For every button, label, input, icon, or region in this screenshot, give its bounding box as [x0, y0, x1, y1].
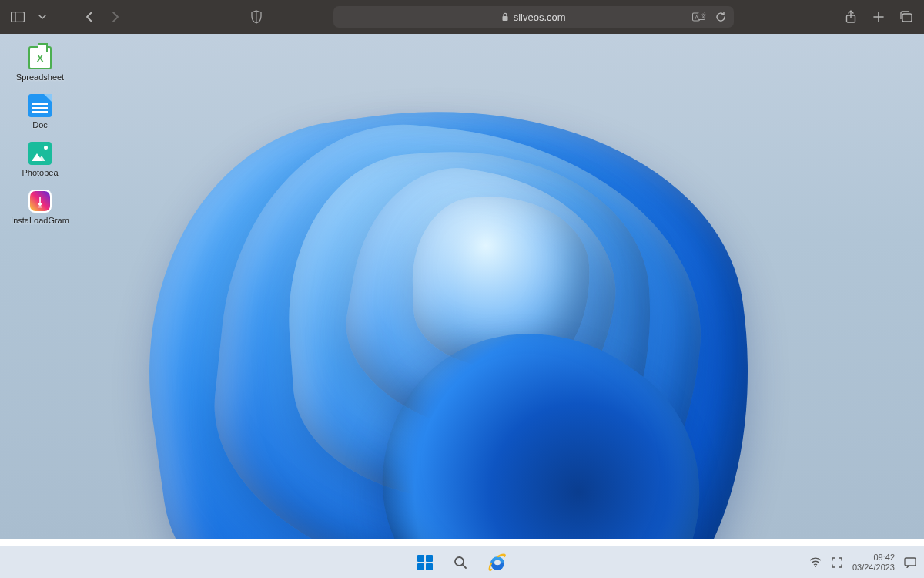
address-bar[interactable]: silveos.com A文: [333, 6, 734, 28]
image-app-icon: [28, 142, 52, 165]
fullscreen-icon[interactable]: [831, 556, 843, 569]
taskbar-browser-button[interactable]: [487, 552, 508, 573]
tabs-overview-icon[interactable]: [899, 10, 913, 24]
taskbar-clock[interactable]: 09:42 03/24/2023: [852, 553, 895, 572]
url-text: silveos.com: [514, 12, 566, 23]
clock-time: 09:42: [852, 553, 895, 563]
desktop-area[interactable]: X Spreadsheet Doc Photopea ⭳ InstaLoadGr…: [0, 34, 924, 539]
svg-rect-17: [905, 558, 916, 566]
start-button[interactable]: [416, 553, 434, 572]
privacy-shield-icon[interactable]: [249, 10, 263, 24]
desktop-icon-label: Photopea: [22, 168, 58, 177]
share-icon[interactable]: [844, 10, 858, 24]
desktop-icon-spreadsheet[interactable]: X Spreadsheet: [11, 43, 69, 85]
desktop-icon-label: InstaLoadGram: [11, 216, 69, 225]
svg-text:A: A: [695, 15, 698, 20]
taskbar-search-button[interactable]: [451, 553, 470, 572]
internet-explorer-icon: [487, 552, 508, 573]
svg-point-16: [815, 566, 816, 567]
svg-point-15: [494, 560, 500, 564]
system-tray: 09:42 03/24/2023: [809, 553, 916, 572]
search-icon: [453, 555, 468, 570]
spreadsheet-file-icon: X: [28, 46, 52, 69]
browser-toolbar: silveos.com A文: [0, 0, 924, 34]
lock-icon: [501, 12, 509, 22]
svg-rect-11: [902, 14, 912, 22]
forward-icon[interactable]: [108, 10, 122, 24]
taskbar: 09:42 03/24/2023: [0, 546, 924, 578]
back-icon[interactable]: [83, 10, 97, 24]
desktop-icon-instaloadgram[interactable]: ⭳ InstaLoadGram: [11, 187, 69, 228]
svg-point-12: [455, 557, 464, 566]
svg-rect-3: [502, 16, 507, 21]
desktop-icon-label: Spreadsheet: [16, 72, 64, 82]
translate-icon[interactable]: A文: [692, 10, 706, 24]
wallpaper-bloom: [59, 34, 829, 539]
taskbar-center: [416, 552, 508, 573]
notifications-icon[interactable]: [904, 556, 916, 569]
desktop-icons: X Spreadsheet Doc Photopea ⭳ InstaLoadGr…: [11, 43, 69, 228]
svg-line-13: [463, 565, 466, 568]
clock-date: 03/24/2023: [852, 563, 895, 573]
sidebar-toggle-icon[interactable]: [11, 10, 25, 24]
instaloadgram-app-icon: ⭳: [28, 190, 52, 213]
desktop-icon-photopea[interactable]: Photopea: [11, 139, 69, 180]
svg-rect-0: [12, 12, 25, 22]
wifi-icon[interactable]: [809, 556, 822, 569]
desktop-icon-label: Doc: [32, 120, 48, 129]
new-tab-icon[interactable]: [872, 10, 886, 24]
windows-logo-icon: [417, 555, 433, 570]
reload-icon[interactable]: [714, 10, 728, 24]
document-file-icon: [28, 94, 52, 117]
chevron-down-icon[interactable]: [35, 10, 49, 24]
desktop-icon-doc[interactable]: Doc: [11, 91, 69, 133]
separator-strip: [0, 539, 924, 546]
svg-text:文: 文: [700, 13, 705, 18]
